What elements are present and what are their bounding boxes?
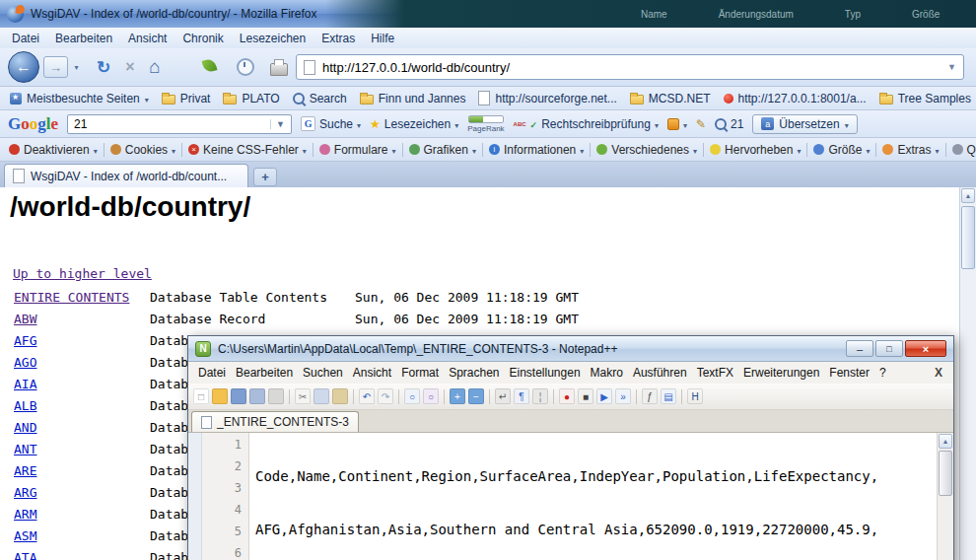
notepad-titlebar[interactable]: N C:\Users\Martin\AppData\Local\Temp\_EN… [188,336,953,362]
bookmark-meistbesuchte-seiten[interactable]: Meistbesuchte Seiten [4,90,155,107]
edit-button[interactable] [696,117,706,131]
print-icon[interactable] [268,388,284,404]
code-area[interactable]: Code,Name,Continent,Region,SurfaceArea,I… [249,433,937,560]
listing-link[interactable]: ALB [14,398,36,413]
html-preview-icon[interactable]: H [687,388,703,404]
google-search-button[interactable]: GSuche [301,116,361,131]
save-icon[interactable] [231,388,246,404]
menu-chronik[interactable]: Chronik [174,30,231,47]
undo-icon[interactable]: ↶ [359,388,375,404]
listing-link[interactable]: ASM [14,528,36,543]
listing-link[interactable]: ARE [14,463,36,478]
npp-menu-sprachen[interactable]: Sprachen [444,364,504,382]
highlight-count[interactable]: 21 [715,117,743,131]
listing-link[interactable]: ARG [14,485,36,500]
webdev-informationen[interactable]: iInformationen [484,141,589,159]
scroll-up-icon[interactable] [961,188,975,203]
zoom-out-icon[interactable]: − [468,388,484,404]
webdev-groesse[interactable]: Größe [808,141,874,159]
bookmark-privat[interactable]: Privat [156,90,217,107]
webdev-verschiedenes[interactable]: Verschiedenes [592,141,702,159]
indent-guide-icon[interactable]: ¦ [532,388,548,404]
bookmark-sourceforge[interactable]: http://sourceforge.net... [472,89,622,107]
npp-menu-datei[interactable]: Datei [193,364,231,382]
webdev-grafiken[interactable]: Grafiken [404,141,481,159]
record-macro-icon[interactable]: ● [559,388,575,404]
document-map-icon[interactable]: ▤ [661,388,676,404]
bookmark-finn-und-jannes[interactable]: Finn und Jannes [354,90,472,107]
menu-hilfe[interactable]: Hilfe [363,30,402,47]
back-button[interactable] [8,51,39,83]
play-macro-icon[interactable]: ▶ [596,388,612,404]
listing-link[interactable]: AIA [14,377,36,391]
menu-lesezeichen[interactable]: Lesezeichen [232,30,314,47]
function-list-icon[interactable]: ƒ [642,388,658,404]
print-button[interactable] [270,58,288,76]
tab-wsgidav[interactable]: WsgiDAV - Index of /world-db/count... [4,164,248,187]
run-macro-multiple-icon[interactable]: » [615,388,631,404]
bookmark-tree-samples[interactable]: Tree Samples [873,90,976,107]
webdev-formulare[interactable]: Formulare [314,141,401,159]
history-dropdown-icon[interactable] [70,60,83,74]
notepad-plus-plus-window[interactable]: N C:\Users\Martin\AppData\Local\Temp\_EN… [187,335,954,560]
npp-tab-entire-contents[interactable]: _ENTIRE_CONTENTS-3 [191,411,359,432]
npp-close-document-button[interactable]: X [929,366,948,380]
bookmark-plato[interactable]: PLATO [217,90,285,107]
pagerank-indicator[interactable]: PageRank [467,115,504,133]
new-tab-button[interactable]: + [253,168,277,186]
npp-menu-fenster[interactable]: Fenster [824,364,874,382]
npp-scrollbar[interactable] [937,433,953,560]
maximize-button[interactable] [875,340,903,357]
page-scrollbar[interactable] [959,187,976,560]
bookmark-localhost-8001[interactable]: http://127.0.0.1:8001/a... [718,90,872,107]
npp-menu-makro[interactable]: Makro [586,364,628,382]
npp-editor[interactable]: 1 2 3 4 5 6 Code,Name,Continent,Region,S… [188,433,953,560]
listing-link[interactable]: ENTIRE CONTENTS [14,290,129,305]
listing-link[interactable]: AGO [14,355,36,370]
menu-datei[interactable]: Datei [4,30,47,47]
autofill-button[interactable] [667,117,687,131]
scrollbar-thumb[interactable] [939,451,952,496]
forward-button[interactable] [43,56,68,78]
google-bookmarks-button[interactable]: Lesezeichen [370,117,458,131]
bookmark-mcsd-net[interactable]: MCSD.NET [624,90,717,107]
npp-menu-einstellungen[interactable]: Einstellungen [505,364,586,382]
up-to-higher-level-link[interactable]: Up to higher level [13,266,152,281]
webdev-hervorheben[interactable]: Hervorheben [705,141,805,159]
webdev-quelltext[interactable]: Quelltext [947,141,976,159]
reload-button[interactable] [93,56,114,78]
stop-macro-icon[interactable]: ■ [578,388,593,404]
feed-button[interactable] [203,59,216,72]
redo-icon[interactable]: ↷ [378,388,393,404]
new-file-icon[interactable]: □ [193,388,209,404]
npp-menu-suchen[interactable]: Suchen [298,364,348,382]
show-all-chars-icon[interactable]: ¶ [514,388,529,404]
webdev-css-fehler[interactable]: ×Keine CSS-Fehler [183,141,312,159]
spellcheck-button[interactable]: ABCRechtschreibprüfung [514,117,659,131]
scroll-up-icon[interactable] [939,434,952,449]
webdev-cookies[interactable]: Cookies [105,141,180,159]
copy-icon[interactable] [314,388,329,404]
menu-extras[interactable]: Extras [314,30,363,47]
stop-button[interactable] [120,56,140,78]
webdev-extras[interactable]: Extras [877,141,943,159]
npp-menu-ansicht[interactable]: Ansicht [348,364,396,382]
npp-menu-ausfuehren[interactable]: Ausführen [628,364,692,382]
close-button[interactable] [905,340,946,357]
npp-menu-erweiterungen[interactable]: Erweiterungen [738,364,824,382]
menu-bearbeiten[interactable]: Bearbeiten [47,30,120,47]
open-file-icon[interactable] [212,388,228,404]
url-bar[interactable]: http://127.0.0.1/world-db/country/ ▼ [296,54,964,80]
npp-menu-textfx[interactable]: TextFX [692,364,738,382]
npp-menu-format[interactable]: Format [396,364,444,382]
urlbar-dropdown-icon[interactable]: ▼ [947,62,956,72]
scrollbar-thumb[interactable] [961,206,975,269]
listing-link[interactable]: ATA [14,550,36,560]
npp-menu-bearbeiten[interactable]: Bearbeiten [231,364,298,382]
minimize-button[interactable] [846,340,873,357]
webdev-deaktivieren[interactable]: Deaktivieren [4,141,103,159]
home-button[interactable] [144,54,166,79]
find-icon[interactable]: ○ [404,388,420,404]
word-wrap-icon[interactable]: ↵ [495,388,511,404]
search-history-dropdown-icon[interactable]: ▼ [270,119,285,129]
